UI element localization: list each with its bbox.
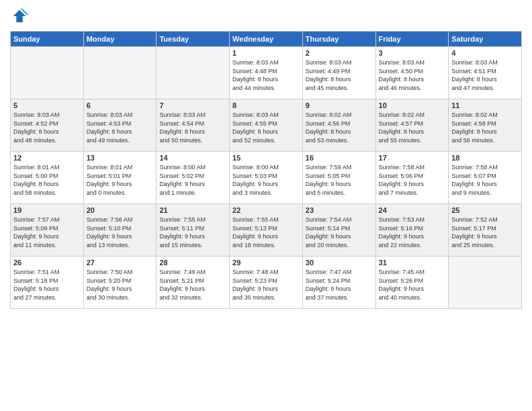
calendar-cell: 14Sunrise: 8:00 AM Sunset: 5:02 PM Dayli… [157, 152, 230, 204]
calendar-cell: 6Sunrise: 8:03 AM Sunset: 4:53 PM Daylig… [83, 99, 157, 152]
calendar-cell: 19Sunrise: 7:57 AM Sunset: 5:09 PM Dayli… [11, 204, 84, 257]
calendar-cell: 30Sunrise: 7:47 AM Sunset: 5:24 PM Dayli… [302, 257, 375, 309]
cell-content: Sunrise: 7:54 AM Sunset: 5:14 PM Dayligh… [306, 216, 373, 249]
cell-content: Sunrise: 7:55 AM Sunset: 5:11 PM Dayligh… [159, 216, 226, 249]
calendar-header-row: SundayMondayTuesdayWednesdayThursdayFrid… [11, 32, 522, 47]
calendar-cell: 2Sunrise: 8:03 AM Sunset: 4:49 PM Daylig… [302, 47, 375, 99]
calendar-cell: 9Sunrise: 8:02 AM Sunset: 4:56 PM Daylig… [302, 99, 375, 152]
calendar-week-row: 12Sunrise: 8:01 AM Sunset: 5:00 PM Dayli… [11, 152, 522, 204]
date-number: 9 [306, 101, 373, 109]
cell-content: Sunrise: 8:00 AM Sunset: 5:02 PM Dayligh… [159, 163, 226, 197]
calendar-cell: 18Sunrise: 7:58 AM Sunset: 5:07 PM Dayli… [449, 152, 522, 204]
date-number: 2 [306, 49, 373, 57]
cell-content: Sunrise: 8:03 AM Sunset: 4:54 PM Dayligh… [159, 111, 226, 144]
calendar-cell: 20Sunrise: 7:56 AM Sunset: 5:10 PM Dayli… [83, 204, 157, 257]
cell-content: Sunrise: 7:56 AM Sunset: 5:10 PM Dayligh… [87, 216, 154, 249]
calendar-week-row: 26Sunrise: 7:51 AM Sunset: 5:18 PM Dayli… [11, 257, 522, 309]
calendar-cell: 16Sunrise: 7:59 AM Sunset: 5:05 PM Dayli… [302, 152, 375, 204]
calendar-cell: 15Sunrise: 8:00 AM Sunset: 5:03 PM Dayli… [230, 152, 303, 204]
date-number: 22 [232, 206, 300, 214]
cell-content: Sunrise: 8:02 AM Sunset: 4:58 PM Dayligh… [451, 111, 519, 144]
date-number: 7 [159, 101, 226, 109]
cell-content: Sunrise: 8:03 AM Sunset: 4:48 PM Dayligh… [232, 58, 300, 92]
cell-content: Sunrise: 7:58 AM Sunset: 5:06 PM Dayligh… [379, 163, 446, 197]
day-header-wednesday: Wednesday [230, 32, 303, 47]
calendar-cell: 28Sunrise: 7:49 AM Sunset: 5:21 PM Dayli… [157, 257, 230, 309]
date-number: 29 [232, 259, 300, 267]
cell-content: Sunrise: 7:48 AM Sunset: 5:23 PM Dayligh… [232, 268, 300, 302]
date-number: 24 [379, 206, 446, 214]
cell-content: Sunrise: 8:00 AM Sunset: 5:03 PM Dayligh… [232, 163, 300, 197]
date-number: 26 [13, 259, 81, 267]
logo-icon [10, 7, 29, 26]
calendar-table: SundayMondayTuesdayWednesdayThursdayFrid… [10, 31, 522, 309]
cell-content: Sunrise: 8:03 AM Sunset: 4:51 PM Dayligh… [451, 58, 519, 92]
cell-content: Sunrise: 8:03 AM Sunset: 4:52 PM Dayligh… [13, 111, 81, 144]
date-number: 30 [306, 259, 373, 267]
calendar-cell: 8Sunrise: 8:03 AM Sunset: 4:55 PM Daylig… [230, 99, 303, 152]
cell-content: Sunrise: 7:53 AM Sunset: 5:16 PM Dayligh… [379, 216, 446, 249]
calendar-cell: 23Sunrise: 7:54 AM Sunset: 5:14 PM Dayli… [302, 204, 375, 257]
date-number: 21 [159, 206, 226, 214]
calendar-cell: 26Sunrise: 7:51 AM Sunset: 5:18 PM Dayli… [11, 257, 84, 309]
date-number: 4 [451, 49, 519, 57]
day-header-tuesday: Tuesday [157, 32, 230, 47]
day-header-sunday: Sunday [11, 32, 84, 47]
calendar-cell: 17Sunrise: 7:58 AM Sunset: 5:06 PM Dayli… [375, 152, 449, 204]
date-number: 14 [159, 154, 226, 162]
calendar-week-row: 1Sunrise: 8:03 AM Sunset: 4:48 PM Daylig… [11, 47, 522, 99]
day-header-thursday: Thursday [302, 32, 375, 47]
cell-content: Sunrise: 7:57 AM Sunset: 5:09 PM Dayligh… [13, 216, 81, 249]
calendar-cell: 25Sunrise: 7:52 AM Sunset: 5:17 PM Dayli… [449, 204, 522, 257]
cell-content: Sunrise: 7:51 AM Sunset: 5:18 PM Dayligh… [13, 268, 81, 302]
calendar-cell: 29Sunrise: 7:48 AM Sunset: 5:23 PM Dayli… [230, 257, 303, 309]
cell-content: Sunrise: 7:52 AM Sunset: 5:17 PM Dayligh… [451, 216, 519, 249]
cell-content: Sunrise: 7:47 AM Sunset: 5:24 PM Dayligh… [306, 268, 373, 302]
calendar-cell: 4Sunrise: 8:03 AM Sunset: 4:51 PM Daylig… [449, 47, 522, 99]
calendar-cell: 10Sunrise: 8:02 AM Sunset: 4:57 PM Dayli… [375, 99, 449, 152]
calendar-cell [449, 257, 522, 309]
calendar-cell [157, 47, 230, 99]
date-number: 31 [379, 259, 446, 267]
calendar-cell [83, 47, 157, 99]
calendar-cell: 22Sunrise: 7:55 AM Sunset: 5:13 PM Dayli… [230, 204, 303, 257]
day-header-monday: Monday [83, 32, 157, 47]
calendar-cell: 12Sunrise: 8:01 AM Sunset: 5:00 PM Dayli… [11, 152, 84, 204]
cell-content: Sunrise: 7:59 AM Sunset: 5:05 PM Dayligh… [306, 163, 373, 197]
cell-content: Sunrise: 8:02 AM Sunset: 4:56 PM Dayligh… [306, 111, 373, 144]
day-header-saturday: Saturday [449, 32, 522, 47]
date-number: 16 [306, 154, 373, 162]
date-number: 25 [451, 206, 519, 214]
date-number: 28 [159, 259, 226, 267]
date-number: 17 [379, 154, 446, 162]
date-number: 12 [13, 154, 81, 162]
cell-content: Sunrise: 8:03 AM Sunset: 4:55 PM Dayligh… [232, 111, 300, 144]
cell-content: Sunrise: 8:03 AM Sunset: 4:50 PM Dayligh… [379, 58, 446, 92]
header [10, 7, 522, 26]
calendar-cell: 31Sunrise: 7:45 AM Sunset: 5:26 PM Dayli… [375, 257, 449, 309]
date-number: 3 [379, 49, 446, 57]
cell-content: Sunrise: 7:55 AM Sunset: 5:13 PM Dayligh… [232, 216, 300, 249]
calendar-week-row: 19Sunrise: 7:57 AM Sunset: 5:09 PM Dayli… [11, 204, 522, 257]
date-number: 6 [87, 101, 154, 109]
calendar-cell [11, 47, 84, 99]
date-number: 19 [13, 206, 81, 214]
calendar-cell: 21Sunrise: 7:55 AM Sunset: 5:11 PM Dayli… [157, 204, 230, 257]
calendar-week-row: 5Sunrise: 8:03 AM Sunset: 4:52 PM Daylig… [11, 99, 522, 152]
date-number: 1 [232, 49, 300, 57]
cell-content: Sunrise: 8:03 AM Sunset: 4:53 PM Dayligh… [87, 111, 154, 144]
calendar-cell: 1Sunrise: 8:03 AM Sunset: 4:48 PM Daylig… [230, 47, 303, 99]
calendar-cell: 27Sunrise: 7:50 AM Sunset: 5:20 PM Dayli… [83, 257, 157, 309]
date-number: 27 [87, 259, 154, 267]
cell-content: Sunrise: 8:03 AM Sunset: 4:49 PM Dayligh… [306, 58, 373, 92]
logo [10, 7, 32, 26]
calendar-cell: 3Sunrise: 8:03 AM Sunset: 4:50 PM Daylig… [375, 47, 449, 99]
cell-content: Sunrise: 8:02 AM Sunset: 4:57 PM Dayligh… [379, 111, 446, 144]
date-number: 5 [13, 101, 81, 109]
date-number: 8 [232, 101, 300, 109]
calendar-cell: 24Sunrise: 7:53 AM Sunset: 5:16 PM Dayli… [375, 204, 449, 257]
date-number: 23 [306, 206, 373, 214]
cell-content: Sunrise: 7:58 AM Sunset: 5:07 PM Dayligh… [451, 163, 519, 197]
date-number: 13 [87, 154, 154, 162]
date-number: 20 [87, 206, 154, 214]
